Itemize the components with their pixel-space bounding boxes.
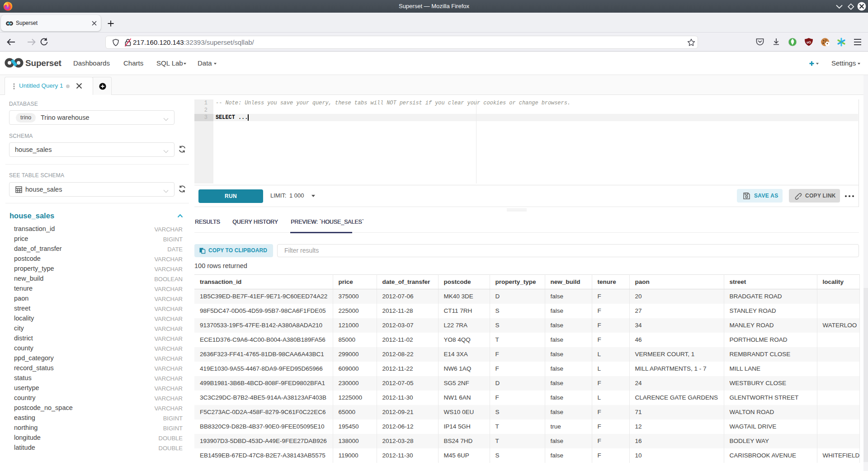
svg-text:uO: uO (807, 41, 811, 44)
